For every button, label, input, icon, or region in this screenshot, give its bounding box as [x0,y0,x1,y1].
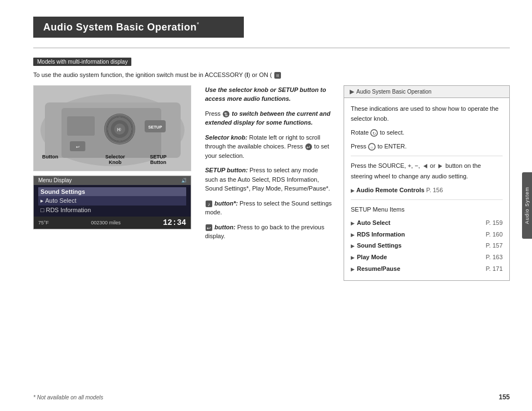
press-icon-1: ⇅ [222,110,230,118]
svg-text:↩: ↩ [207,225,211,231]
page-number: 155 [499,393,510,401]
setup-item-rds: ▶ RDS Information P. 160 [351,229,503,240]
diagram-labels: Button Selector Knob SETUP Button [42,154,167,165]
menu-footer: 75°F 002300 miles 12:34 [34,217,191,229]
diagram-container: ↩ SETUP ⊙ H [33,85,191,171]
bluetooth-icon: 🔊 [181,177,186,183]
info-para-1: These indications are used to show how t… [351,104,503,124]
svg-marker-33 [438,164,442,168]
info-para-2: Rotate ↻ to select. [351,127,503,138]
svg-text:♪: ♪ [208,202,211,207]
footnote: * Not available on all models [33,394,103,400]
menu-display-body: Sound Settings ▸ Auto Select □ RDS Infor… [34,185,191,217]
left-column: ↩ SETUP ⊙ H [33,85,194,281]
button-label: Button [42,154,58,165]
instruction-2: Press ⇅ to switch between the current an… [205,109,332,127]
svg-text:H: H [117,127,121,132]
right-column: ▶ Audio System Basic Operation These ind… [344,85,510,281]
svg-text:⇅: ⇅ [224,112,228,117]
setup-item-auto-select: ▶ Auto Select P. 159 [351,218,503,228]
next-icon [437,163,444,169]
page: Audio System Basic Operation* Models wit… [0,0,532,411]
svg-text:○: ○ [371,145,374,150]
info-box-header: ▶ Audio System Basic Operation [344,86,509,98]
instruction-3: Selector knob: Rotate left or right to s… [205,133,332,161]
info-box-header-title: Audio System Basic Operation [356,89,432,95]
selector-knob-label: Selector Knob [105,154,125,165]
accessory-icon: II [274,71,282,79]
instruction-1: Use the selector knob or SETUP button to… [205,85,332,104]
info-box: ▶ Audio System Basic Operation These ind… [344,85,510,281]
info-para-3: Press ○ to ENTER. [351,141,503,152]
svg-text:🔊: 🔊 [181,177,186,183]
svg-text:↵: ↵ [306,145,311,150]
menu-display-header: Menu Display 🔊 [34,176,191,185]
main-content: ↩ SETUP ⊙ H [33,85,510,281]
menu-display-box: Menu Display 🔊 Sound Settings ▸ Auto Sel… [33,176,191,229]
press-icon-2: ↵ [305,143,313,151]
info-box-body: These indications are used to show how t… [344,98,509,281]
svg-rect-6 [67,116,95,136]
back-icon: ↩ [205,224,213,232]
title-sup: * [197,21,200,28]
rotate-icon: ↻ [370,129,378,137]
sidebar-tab: Audio System [522,172,532,239]
info-box-header-icon: ▶ [350,88,354,95]
setup-item-sound-settings: ▶ Sound Settings P. 157 [351,240,503,251]
info-para-4: Press the SOURCE, +, −, or button on the… [351,161,503,181]
middle-column: Use the selector knob or SETUP button to… [205,85,332,281]
svg-text:↩: ↩ [76,145,80,150]
sound-icon: ♪ [205,200,213,208]
setup-item-play-mode: ▶ Play Mode P. 163 [351,252,503,263]
svg-text:↻: ↻ [372,131,376,136]
setup-menu-items-label: SETUP Menu Items [351,204,503,215]
menu-row-rds: □ RDS Information [38,206,186,214]
title-divider [33,48,510,48]
setup-items-list: ▶ Auto Select P. 159 ▶ RDS Information P… [351,218,503,274]
svg-text:II: II [276,73,278,78]
svg-text:SETUP: SETUP [148,125,162,130]
title-text: Audio System Basic Operation [43,22,197,33]
info-divider-1 [351,156,503,156]
setup-item-resume-pause: ▶ Resume/Pause P. 171 [351,264,503,274]
instruction-6: ↩ button: Press to go back to the previo… [205,223,332,241]
menu-row-auto-select: ▸ Auto Select [38,196,186,206]
svg-marker-32 [423,164,427,168]
info-link-1: ▶ Audio Remote Controls P. 156 [351,185,503,196]
instruction-5: ♪ button*: Press to select the Sound set… [205,199,332,217]
enter-icon: ○ [368,143,376,151]
info-divider-2 [351,199,503,200]
page-footer: * Not available on all models 155 [33,393,510,401]
prev-icon [422,163,428,169]
setup-button-label: SETUP Button [150,154,167,165]
page-title: Audio System Basic Operation* [33,17,244,38]
models-badge: Models with multi-information display [33,58,131,66]
intro-text: To use the audio system function, the ig… [33,70,510,80]
instruction-4: SETUP button: Press to select any mode s… [205,166,332,193]
menu-row-sound-settings: Sound Settings [38,187,186,196]
